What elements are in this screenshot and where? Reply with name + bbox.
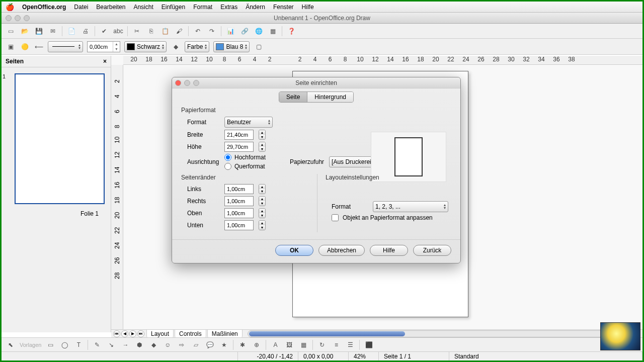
fontwork-icon[interactable]: A: [270, 340, 280, 350]
redo-icon[interactable]: ↷: [207, 26, 217, 36]
curve-icon[interactable]: ✎: [92, 340, 102, 350]
prev-tab-icon[interactable]: ◀: [121, 330, 128, 337]
format-select[interactable]: Benutzer▴▾: [224, 117, 273, 128]
help-button[interactable]: Hilfe: [370, 245, 408, 256]
ellipse-icon[interactable]: ◯: [59, 340, 69, 350]
pdf-icon[interactable]: 📄: [66, 26, 76, 36]
glue-icon[interactable]: ⊕: [252, 340, 262, 350]
spellcheck-icon[interactable]: ✔: [99, 26, 109, 36]
landscape-radio[interactable]: [224, 163, 231, 170]
rectangle-icon[interactable]: ▭: [45, 340, 55, 350]
from-file-icon[interactable]: 🖼: [284, 340, 294, 350]
right-margin-input[interactable]: [224, 196, 254, 206]
menu-ansicht[interactable]: Ansicht: [133, 4, 153, 11]
status-zoom[interactable]: 42%: [349, 352, 379, 360]
3d-icon[interactable]: ⬢: [134, 340, 144, 350]
canvas[interactable]: 2018161412108642246810121416182022242628…: [111, 56, 642, 332]
help-icon[interactable]: ❓: [286, 26, 296, 36]
arrange-icon[interactable]: ▣: [6, 42, 16, 52]
callout-icon[interactable]: 💬: [205, 340, 215, 350]
tab-layout[interactable]: Layout: [146, 329, 174, 338]
close-panel-icon[interactable]: ×: [103, 58, 107, 65]
connector-icon[interactable]: ↘: [106, 340, 116, 350]
spin-up-icon[interactable]: ▲: [259, 142, 265, 147]
menu-extras[interactable]: Extras: [220, 4, 237, 11]
line-width-field[interactable]: [88, 42, 113, 52]
line-color-select[interactable]: Schwarz▴▾: [124, 41, 167, 52]
brush-icon[interactable]: 🖌: [174, 26, 184, 36]
apple-menu-icon[interactable]: 🍎: [6, 3, 14, 11]
basic-shapes-icon[interactable]: ◆: [148, 340, 158, 350]
menu-fenster[interactable]: Fenster: [273, 4, 294, 11]
text-icon[interactable]: T: [73, 340, 84, 350]
cut-icon[interactable]: ✂: [132, 26, 142, 36]
width-input[interactable]: [224, 130, 254, 140]
reset-button[interactable]: Zurück: [413, 245, 451, 256]
tab-hintergrund[interactable]: Hintergrund: [307, 92, 353, 102]
line-end-icon[interactable]: ⟵: [34, 42, 44, 52]
copy-icon[interactable]: ⎘: [146, 26, 156, 36]
block-arrows-icon[interactable]: ⇨: [177, 340, 187, 350]
page-thumbnail[interactable]: [15, 73, 105, 204]
spin-up-icon[interactable]: ▲: [259, 185, 265, 189]
menu-einfuegen[interactable]: Einfügen: [162, 4, 185, 11]
stars-icon[interactable]: ★: [219, 340, 229, 350]
new-icon[interactable]: ▭: [6, 26, 16, 36]
portrait-radio[interactable]: [224, 154, 231, 161]
menu-format[interactable]: Format: [193, 4, 212, 11]
select-icon[interactable]: ⬉: [6, 340, 16, 350]
tab-dimlines[interactable]: Maßlinien: [207, 329, 243, 338]
spin-down-icon[interactable]: ▼: [259, 225, 265, 230]
spin-down-icon[interactable]: ▼: [259, 147, 265, 151]
app-name[interactable]: OpenOffice.org: [22, 4, 66, 11]
first-tab-icon[interactable]: ⏮: [113, 330, 120, 337]
paintbucket-icon[interactable]: 🟡: [20, 42, 30, 52]
next-tab-icon[interactable]: ▶: [129, 330, 136, 337]
line-style-select[interactable]: ▴▾: [48, 41, 83, 52]
shadow-icon[interactable]: ▢: [254, 42, 264, 52]
email-icon[interactable]: ✉: [48, 26, 58, 36]
arrange2-icon[interactable]: ☰: [345, 340, 355, 350]
tab-seite[interactable]: Seite: [279, 92, 307, 102]
spin-up-icon[interactable]: ▲: [259, 209, 265, 213]
print-icon[interactable]: 🖨: [80, 26, 91, 36]
top-margin-input[interactable]: [224, 208, 254, 218]
menu-bearbeiten[interactable]: Bearbeiten: [96, 4, 125, 11]
points-icon[interactable]: ✱: [237, 340, 248, 350]
flowchart-icon[interactable]: ▱: [191, 340, 201, 350]
last-tab-icon[interactable]: ⏭: [137, 330, 144, 337]
area-icon[interactable]: ◆: [171, 42, 181, 52]
hyperlink-icon[interactable]: 🔗: [239, 26, 250, 36]
gallery-icon[interactable]: ▦: [268, 26, 278, 36]
spin-down-icon[interactable]: ▼: [113, 47, 120, 52]
height-input[interactable]: [224, 142, 254, 152]
chart-icon[interactable]: 📊: [225, 26, 235, 36]
spin-up-icon[interactable]: ▲: [259, 130, 265, 135]
undo-icon[interactable]: ↶: [193, 26, 203, 36]
spin-down-icon[interactable]: ▼: [259, 189, 265, 194]
pageformat-select[interactable]: 1, 2, 3, ...▴▾: [373, 201, 448, 212]
fill-mode-select[interactable]: Farbe▴▾: [185, 41, 209, 52]
fill-color-select[interactable]: Blau 8▴▾: [213, 41, 250, 52]
gallery2-icon[interactable]: ▦: [298, 340, 308, 350]
spin-down-icon[interactable]: ▼: [259, 213, 265, 218]
spin-up-icon[interactable]: ▲: [113, 42, 120, 47]
autospell-icon[interactable]: abc: [113, 26, 123, 36]
navigator-icon[interactable]: 🌐: [254, 26, 264, 36]
line-arrow-icon[interactable]: →: [120, 340, 130, 350]
symbol-shapes-icon[interactable]: ☺: [163, 340, 173, 350]
paste-icon[interactable]: 📋: [160, 26, 170, 36]
cancel-button[interactable]: Abbrechen: [318, 245, 365, 256]
horizontal-scrollbar[interactable]: [248, 330, 638, 337]
menu-hilfe[interactable]: Hilfe: [302, 4, 314, 11]
rotate-icon[interactable]: ↻: [317, 340, 327, 350]
fit-object-checkbox[interactable]: [332, 214, 339, 221]
menu-datei[interactable]: Datei: [74, 4, 88, 11]
spin-up-icon[interactable]: ▲: [259, 197, 265, 201]
open-icon[interactable]: 📂: [20, 26, 30, 36]
extrude-icon[interactable]: ⬛: [364, 340, 374, 350]
spin-down-icon[interactable]: ▼: [259, 201, 265, 206]
spin-down-icon[interactable]: ▼: [259, 135, 265, 139]
bottom-margin-input[interactable]: [224, 220, 254, 230]
tab-controls[interactable]: Controls: [175, 329, 206, 338]
